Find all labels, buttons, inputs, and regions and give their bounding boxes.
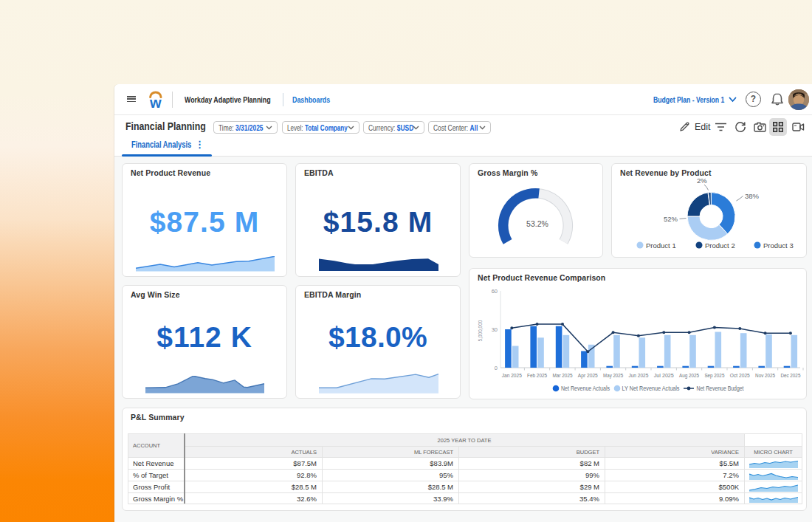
svg-text:5,000,000: 5,000,000 — [478, 320, 483, 341]
svg-text:38%: 38% — [745, 192, 760, 200]
svg-text:Jul 2025: Jul 2025 — [654, 373, 674, 378]
svg-text:Net Revenue Budget: Net Revenue Budget — [697, 385, 745, 392]
svg-text:Nov 2025: Nov 2025 — [755, 373, 775, 378]
svg-text:Sep 2025: Sep 2025 — [704, 373, 724, 379]
svg-text:53.2%: 53.2% — [526, 219, 548, 228]
svg-text:Product 3: Product 3 — [763, 241, 794, 250]
svg-text:2%: 2% — [697, 176, 707, 185]
svg-text:Mar 2025: Mar 2025 — [553, 373, 573, 378]
svg-text:Oct 2025: Oct 2025 — [730, 373, 750, 378]
svg-text:Product 1: Product 1 — [646, 241, 676, 250]
svg-text:Jun 2025: Jun 2025 — [628, 373, 648, 378]
svg-text:Apr 2025: Apr 2025 — [578, 373, 598, 379]
svg-text:0: 0 — [495, 365, 498, 371]
svg-text:Net Revenue Actuals: Net Revenue Actuals — [561, 385, 610, 392]
svg-text:May 2025: May 2025 — [603, 373, 623, 379]
svg-text:52%: 52% — [664, 215, 678, 223]
svg-text:Aug 2025: Aug 2025 — [679, 373, 699, 379]
svg-text:60: 60 — [492, 288, 498, 295]
svg-text:Dec 2025: Dec 2025 — [780, 373, 800, 378]
svg-text:Jan 2025: Jan 2025 — [502, 373, 522, 378]
svg-text:Product 2: Product 2 — [705, 241, 735, 250]
svg-text:Feb 2025: Feb 2025 — [527, 373, 547, 378]
svg-text:LY Net Revenue Actuals: LY Net Revenue Actuals — [622, 385, 680, 392]
svg-text:30: 30 — [492, 326, 498, 333]
svg-text:w: w — [149, 95, 162, 110]
